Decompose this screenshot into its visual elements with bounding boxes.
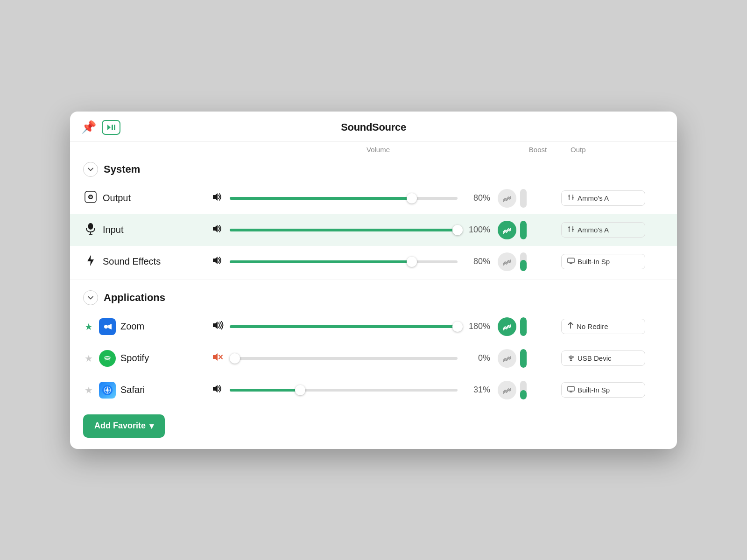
add-favorite-button[interactable]: Add Favorite ▾ <box>83 414 165 438</box>
svg-rect-37 <box>572 357 573 358</box>
safari-row-left: ★ Safari <box>83 382 204 399</box>
zoom-device-label: No Redire <box>577 322 608 330</box>
spotify-row: ★ Spotify <box>70 343 677 374</box>
system-soundeffects-row: Sound Effects 80% <box>70 246 677 278</box>
svg-marker-44 <box>213 385 218 392</box>
spotify-star-icon[interactable]: ★ <box>83 353 94 364</box>
spotify-boost-meter-fill <box>520 349 527 368</box>
add-favorite-chevron: ▾ <box>149 421 154 431</box>
safari-row: ★ Safari <box>70 374 677 406</box>
output-boost-section <box>498 189 554 208</box>
spotify-output-box[interactable]: USB Devic <box>561 350 645 366</box>
svg-rect-2 <box>114 125 115 130</box>
zoom-star-icon[interactable]: ★ <box>83 321 94 332</box>
output-slider-track[interactable] <box>230 197 458 200</box>
soundeffects-volume-section: 80% <box>212 256 490 267</box>
svg-marker-20 <box>87 255 94 266</box>
output-volume-section: 80% <box>212 193 490 203</box>
output-boost-meter <box>520 189 527 208</box>
zoom-boost-meter <box>520 317 527 336</box>
safari-slider-thumb[interactable] <box>295 385 305 395</box>
output-device-label: Ammo's A <box>578 194 609 202</box>
svg-marker-31 <box>213 353 218 361</box>
svg-point-6 <box>90 196 91 197</box>
safari-boost-meter <box>520 381 527 399</box>
output-slider-thumb[interactable] <box>407 193 417 203</box>
spotify-label: Spotify <box>120 353 204 364</box>
safari-output-box[interactable]: Built-In Sp <box>561 382 645 398</box>
output-output-box[interactable]: Ammo's A <box>561 190 645 206</box>
spotify-row-left: ★ Spotify <box>83 350 204 367</box>
soundeffects-bolt-icon <box>83 254 98 269</box>
soundeffects-boost-section <box>498 252 554 271</box>
safari-star-icon[interactable]: ★ <box>83 385 94 396</box>
zoom-label: Zoom <box>120 321 204 332</box>
soundeffects-boost-btn[interactable] <box>498 252 516 271</box>
input-slider-thumb[interactable] <box>452 225 463 235</box>
system-section-title: System <box>104 163 140 175</box>
input-slider-track[interactable] <box>230 229 458 231</box>
safari-device-label: Built-In Sp <box>578 386 610 394</box>
applications-chevron[interactable] <box>83 290 98 305</box>
svg-rect-22 <box>568 258 574 263</box>
zoom-boost-section <box>498 317 554 336</box>
input-row-left: Input <box>83 223 204 238</box>
svg-rect-45 <box>568 386 574 391</box>
input-output-section: Ammo's A <box>561 222 664 238</box>
safari-vol-icon <box>212 385 225 395</box>
safari-slider-track[interactable] <box>230 389 458 392</box>
spotify-usb-icon <box>567 354 575 363</box>
spotify-slider-thumb[interactable] <box>230 353 240 364</box>
spotify-output-section: USB Devic <box>561 350 664 366</box>
spotify-device-label: USB Devic <box>578 354 612 362</box>
soundeffects-vol-icon <box>212 256 225 267</box>
soundeffects-device-label: Built-In Sp <box>578 258 610 266</box>
soundeffects-output-box[interactable]: Built-In Sp <box>561 254 645 269</box>
input-boost-meter-fill <box>520 221 527 239</box>
media-controls-icon[interactable] <box>102 120 120 135</box>
safari-label: Safari <box>120 385 204 395</box>
spotify-boost-btn[interactable] <box>498 349 516 368</box>
output-vol-percent: 80% <box>462 193 490 203</box>
zoom-arrow-icon <box>567 322 574 331</box>
output-speaker-icon <box>83 191 98 206</box>
input-output-box[interactable]: Ammo's A <box>561 222 645 238</box>
spotify-boost-section <box>498 349 554 368</box>
svg-marker-28 <box>213 322 218 329</box>
spotify-slider-track[interactable] <box>230 357 458 360</box>
applications-section-header: Applications <box>70 282 677 311</box>
pin-icon[interactable]: 📌 <box>81 120 96 134</box>
soundeffects-slider-track[interactable] <box>230 260 458 263</box>
safari-boost-btn[interactable] <box>498 381 516 399</box>
safari-monitor-icon <box>567 385 575 394</box>
input-label: Input <box>103 224 187 235</box>
soundeffects-slider-thumb[interactable] <box>407 257 417 267</box>
spotify-app-icon <box>99 350 116 367</box>
zoom-row: ★ Zoom <box>70 311 677 343</box>
output-boost-btn[interactable] <box>498 189 516 208</box>
safari-output-section: Built-In Sp <box>561 382 664 398</box>
input-vol-icon <box>212 224 225 235</box>
soundeffects-monitor-icon <box>567 257 575 266</box>
svg-point-36 <box>569 357 571 358</box>
output-label: Output <box>103 193 187 203</box>
zoom-row-left: ★ Zoom <box>83 318 204 335</box>
input-slider-fill <box>230 229 458 231</box>
system-chevron[interactable] <box>83 162 98 177</box>
spotify-vol-icon <box>212 353 225 364</box>
zoom-slider-thumb[interactable] <box>452 322 463 332</box>
input-boost-meter <box>520 221 527 239</box>
svg-point-26 <box>104 325 108 329</box>
safari-vol-percent: 31% <box>462 385 490 395</box>
safari-app-icon <box>99 382 116 399</box>
spotify-volume-section: 0% <box>212 353 490 364</box>
input-tuning-icon <box>567 225 575 234</box>
zoom-boost-btn[interactable] <box>498 317 516 336</box>
soundsource-window: 📌 SoundSource Volume Boost Outp System <box>70 112 677 449</box>
input-boost-btn[interactable] <box>498 221 516 239</box>
zoom-output-box[interactable]: No Redire <box>561 319 645 334</box>
zoom-slider-track[interactable] <box>230 325 458 328</box>
col-header-output: Outp <box>571 146 664 154</box>
zoom-volume-section: 180% <box>212 321 490 332</box>
svg-rect-12 <box>88 223 93 230</box>
